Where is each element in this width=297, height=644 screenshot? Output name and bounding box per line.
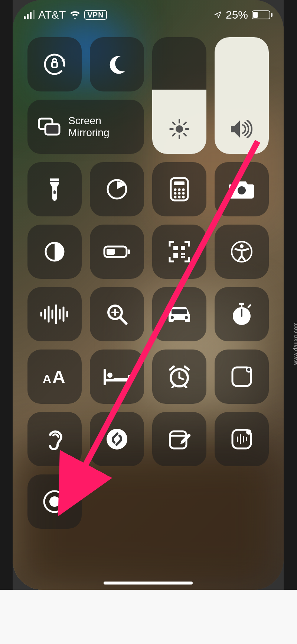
magnifier-button[interactable] — [90, 287, 144, 341]
svg-point-87 — [49, 496, 60, 507]
svg-line-12 — [184, 122, 186, 125]
watermark: www.dauxq.com — [293, 322, 297, 365]
letterbox — [0, 590, 297, 644]
camera-button[interactable] — [215, 162, 269, 216]
control-center-screen: AT&T VPN 25% — [13, 0, 284, 590]
voice-memo-button[interactable] — [27, 287, 82, 341]
location-arrow-icon — [214, 11, 222, 19]
driving-dnd-button[interactable] — [152, 287, 206, 341]
calculator-button[interactable] — [152, 162, 206, 216]
svg-rect-31 — [128, 249, 130, 254]
svg-point-18 — [174, 189, 177, 191]
rotation-lock-icon — [41, 51, 68, 78]
text-size-button[interactable]: AA — [27, 350, 82, 404]
sleep-button[interactable] — [90, 350, 144, 404]
svg-line-69 — [179, 378, 183, 379]
cellular-signal-icon — [24, 10, 35, 19]
battery-icon — [252, 10, 272, 19]
timer-button[interactable] — [90, 162, 144, 216]
svg-point-27 — [238, 186, 246, 194]
svg-line-11 — [173, 133, 175, 136]
do-not-disturb-button[interactable] — [90, 37, 144, 91]
magnifier-icon — [105, 303, 128, 326]
carrier-label: AT&T — [38, 9, 66, 21]
dark-mode-button[interactable] — [27, 225, 82, 279]
screen-mirroring-button[interactable]: Screen Mirroring — [27, 100, 144, 154]
svg-point-40 — [240, 244, 244, 248]
volume-slider[interactable] — [215, 37, 269, 154]
hearing-button[interactable] — [27, 412, 82, 466]
svg-point-19 — [178, 189, 181, 191]
svg-rect-30 — [107, 249, 115, 255]
stopwatch-icon — [231, 302, 252, 326]
svg-rect-36 — [183, 253, 185, 255]
svg-point-26 — [182, 196, 185, 199]
svg-rect-37 — [181, 256, 183, 258]
svg-rect-33 — [181, 246, 185, 250]
svg-point-23 — [182, 192, 185, 195]
status-bar: AT&T VPN 25% — [13, 0, 284, 26]
ear-icon — [46, 426, 63, 452]
svg-line-9 — [173, 122, 175, 125]
svg-rect-1 — [52, 62, 57, 67]
record-icon — [42, 489, 67, 514]
qr-scanner-button[interactable] — [152, 225, 206, 279]
qr-code-icon — [168, 241, 190, 263]
svg-line-50 — [120, 318, 126, 323]
letterbox — [0, 0, 13, 590]
camera-icon — [229, 179, 255, 199]
svg-text:A: A — [43, 372, 51, 386]
svg-line-10 — [184, 133, 186, 136]
svg-point-76 — [247, 368, 250, 371]
text-size-icon: AA — [41, 367, 68, 386]
svg-line-72 — [172, 385, 174, 387]
dark-mode-icon — [44, 241, 65, 263]
svg-line-70 — [170, 367, 174, 370]
accessibility-button[interactable] — [215, 225, 269, 279]
brightness-slider[interactable] — [152, 37, 206, 154]
svg-text:A: A — [52, 367, 65, 386]
sound-recognition-icon — [229, 427, 254, 451]
speaker-icon — [215, 118, 269, 140]
svg-rect-34 — [173, 253, 178, 258]
screen-recording-button[interactable] — [27, 474, 82, 529]
svg-point-54 — [171, 316, 174, 319]
svg-point-55 — [185, 316, 188, 319]
rotation-lock-button[interactable] — [27, 37, 82, 91]
svg-point-4 — [176, 125, 183, 133]
wifi-icon — [69, 10, 81, 19]
flashlight-button[interactable] — [27, 162, 82, 216]
alarm-clock-icon — [167, 365, 192, 388]
notes-button[interactable] — [152, 412, 206, 466]
screen-mirroring-label: Screen Mirroring — [68, 115, 109, 139]
svg-point-21 — [174, 192, 177, 195]
bed-icon — [102, 368, 131, 386]
stopwatch-button[interactable] — [215, 287, 269, 341]
battery-icon — [103, 244, 131, 259]
svg-rect-3 — [45, 124, 59, 135]
svg-rect-13 — [53, 190, 56, 194]
home-indicator[interactable] — [104, 582, 193, 585]
alarm-button[interactable] — [152, 350, 206, 404]
svg-point-66 — [107, 373, 112, 378]
quick-note-button[interactable] — [215, 350, 269, 404]
calculator-icon — [170, 177, 189, 202]
svg-rect-56 — [239, 303, 244, 305]
svg-rect-32 — [173, 246, 178, 250]
svg-rect-17 — [174, 181, 185, 185]
svg-point-22 — [178, 192, 181, 195]
timer-icon — [105, 178, 128, 201]
svg-line-73 — [184, 385, 186, 387]
screen-mirroring-icon — [38, 117, 61, 136]
low-power-mode-button[interactable] — [90, 225, 144, 279]
svg-point-25 — [178, 196, 181, 199]
svg-rect-53 — [172, 309, 187, 314]
svg-point-20 — [182, 189, 185, 191]
sound-recognition-button[interactable] — [215, 412, 269, 466]
letterbox — [284, 0, 297, 590]
moon-icon — [106, 53, 128, 75]
shazam-button[interactable] — [90, 412, 144, 466]
svg-point-0 — [41, 51, 68, 78]
shazam-icon — [105, 428, 128, 451]
svg-line-60 — [248, 305, 250, 307]
